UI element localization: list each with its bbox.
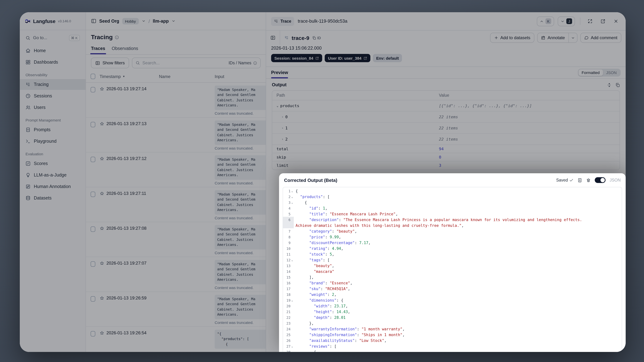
line-number: 8 [288,235,290,239]
gutter: 16 [283,280,294,286]
code-line: 7 "category": "beauty", [283,228,622,234]
code-text: "sku": "RCH45Q1A", [294,286,350,292]
json-editor[interactable]: 1⌄{2⌄ "products": [3⌄ {4 "id": 1,5 "titl… [283,187,622,352]
code-line: 26 "availabilityStatus": "Low Stock", [283,338,622,343]
code-text: "reviews": [ [294,343,336,349]
code-line: 24 "warrantyInformation": "1 month warra… [283,326,622,332]
code-line: 10 "rating": 4.94, [283,246,622,251]
line-number: 12 [286,258,290,262]
code-line: 19⌄ "dimensions": { [283,297,622,303]
gutter: 4 [283,205,294,211]
gutter: 9 [283,240,294,246]
code-line: 22 "depth": 28.01 [283,314,622,320]
code-line: 8 "price": 9.99, [283,234,622,240]
line-number: 13 [286,264,290,268]
code-line: 14 "mascara" [283,268,622,274]
app-window: Langfuse v3.146.0 Go to... ⌘ K HomeDashb… [20,12,626,352]
code-line: 25 "shippingInformation": "Ships in 1 mo… [283,332,622,338]
gutter: 2⌄ [283,194,294,200]
gutter: 19⌄ [283,297,294,303]
line-number: 15 [286,275,290,279]
code-line: 9 "discountPercentage": 7.17, [283,240,622,246]
line-number: 5 [288,212,290,216]
line-number: 14 [286,270,290,274]
code-line: 18 "weight": 2, [283,292,622,297]
gutter: 15 [283,274,294,280]
gutter: 7 [283,228,294,234]
code-line: 3⌄ { [283,200,622,205]
code-text: "id": 1, [294,205,328,211]
code-text: "dimensions": { [294,297,344,303]
code-text: "discountPercentage": 7.17, [294,240,370,246]
fold-arrow-icon[interactable]: ⌄ [290,258,294,262]
code-line: 12⌄ "tags": [ [283,257,622,263]
code-text: "description": "The Essence Mascara Lash… [294,217,582,222]
line-number: 26 [286,338,290,342]
code-line: 4 "id": 1, [283,205,622,211]
line-number: 16 [286,281,290,285]
gutter: 1⌄ [283,188,294,194]
gutter: 11 [283,251,294,257]
fold-arrow-icon[interactable]: ⌄ [290,201,294,204]
line-number: 17 [286,287,290,291]
code-line: 17 "sku": "RCH45Q1A", [283,286,622,292]
code-text: "rating": 4.94, [294,246,344,251]
code-line: 6 "description": "The Essence Mascara La… [283,217,622,222]
gutter: 8 [283,234,294,240]
code-text: { [294,349,316,352]
gutter: 18 [283,292,294,297]
json-toggle-label: JSON [610,178,621,182]
fold-arrow-icon[interactable]: ⌄ [290,350,294,352]
line-number: 2 [288,195,290,198]
file-diff-icon[interactable] [578,178,582,182]
code-line: 1⌄{ [283,188,622,194]
gutter: 23 [283,320,294,326]
code-text: "beauty", [294,263,334,268]
gutter: 14 [283,268,294,274]
code-line: 13 "beauty", [283,263,622,268]
code-line: Achieve dramatic lashes with this long-l… [283,222,622,228]
line-number: 3 [288,200,290,204]
gutter: 27⌄ [283,343,294,349]
line-number: 6 [288,218,290,222]
code-line: 11 "stock": 5, [283,251,622,257]
line-number: 9 [288,241,290,245]
code-line: 28⌄ { [283,349,622,352]
gutter: 25 [283,332,294,338]
code-text: "availabilityStatus": "Low Stock", [294,338,386,343]
gutter: 21 [283,309,294,314]
gutter: 3⌄ [283,200,294,205]
fold-arrow-icon[interactable]: ⌄ [290,189,294,192]
gutter: 6 [283,217,294,222]
saved-status: Saved [556,178,574,182]
code-text: }, [294,320,314,326]
code-text: "height": 14.43, [294,309,350,314]
line-number: 27 [286,344,290,348]
code-line: 21 "height": 14.43, [283,309,622,314]
fold-arrow-icon[interactable]: ⌄ [290,298,294,302]
gutter: 17 [283,286,294,292]
code-text: "width": 23.17, [294,303,348,309]
line-number: 20 [286,304,290,308]
code-text: "title": "Essence Mascara Lash Prince", [294,211,398,217]
line-number: 28 [286,350,290,352]
gutter: 26 [283,338,294,343]
line-number: 11 [286,252,290,256]
line-number: 25 [286,333,290,337]
code-line: 23 }, [283,320,622,326]
code-text: "weight": 2, [294,292,336,297]
json-toggle[interactable] [595,177,606,183]
trash-icon[interactable] [586,178,591,182]
code-text: ], [294,274,314,280]
line-number: 10 [286,246,290,250]
gutter: 20 [283,303,294,309]
gutter: 28⌄ [283,349,294,352]
gutter: 10 [283,246,294,251]
fold-arrow-icon[interactable]: ⌄ [290,344,294,348]
code-text: "brand": "Essence", [294,280,352,286]
line-number: 23 [286,321,290,325]
gutter: 22 [283,314,294,320]
line-number: 1 [288,189,290,193]
fold-arrow-icon[interactable]: ⌄ [290,195,294,198]
code-line: 5 "title": "Essence Mascara Lash Prince"… [283,211,622,217]
